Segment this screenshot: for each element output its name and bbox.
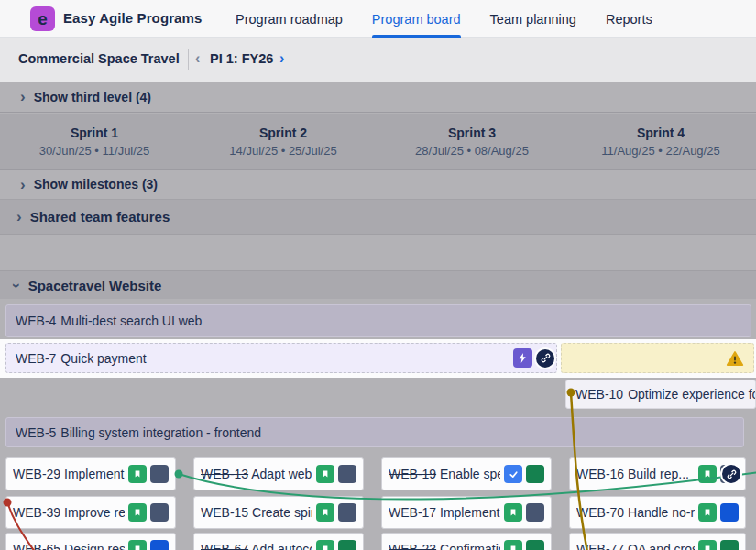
issue-card-web-39[interactable]: WEB-39 Improve res... <box>5 496 176 529</box>
issue-card-web-23[interactable]: WEB-23 Confirmatio... <box>381 533 552 550</box>
status-done-icon <box>526 540 544 550</box>
feature-bar-web-7[interactable]: WEB-7 Quick payment <box>5 343 557 373</box>
tab-team-planning[interactable]: Team planning <box>490 0 576 38</box>
issue-summary: QA and cros... <box>628 542 695 550</box>
tab-reports[interactable]: Reports <box>606 0 652 38</box>
issue-summary: Improve res... <box>64 505 125 520</box>
story-icon <box>316 465 334 483</box>
next-increment-chevron-icon[interactable]: › <box>279 50 284 67</box>
link-icon[interactable] <box>720 463 742 485</box>
issue-key: WEB-7 <box>16 351 56 366</box>
show-third-level-label: Show third level (4) <box>34 90 151 104</box>
increment-label: PI 1: FY26 <box>210 51 273 66</box>
task-done-icon <box>504 465 522 483</box>
sprint-name: Sprint 2 <box>189 126 378 140</box>
issue-summary: Add autoco... <box>251 542 312 550</box>
issue-card-web-29[interactable]: WEB-29 Implement ... <box>5 457 176 490</box>
issue-summary: Multi-dest search UI web <box>60 314 202 328</box>
sprint-dates: 28/Jul/25 • 08/Aug/25 <box>378 144 566 158</box>
tab-program-board[interactable]: Program board <box>372 0 461 38</box>
feature-bar-web-4[interactable]: WEB-4 Multi-dest search UI web <box>5 304 751 337</box>
sprint-column-header: Sprint 2 14/Jul/25 • 25/Jul/25 <box>189 114 378 170</box>
status-todo-icon <box>720 503 739 522</box>
issue-key: WEB-17 <box>389 505 436 520</box>
issue-key: WEB-23 <box>389 542 436 550</box>
story-icon <box>698 540 717 550</box>
issue-key: WEB-39 <box>13 505 60 520</box>
feature-bar-web-5[interactable]: WEB-5 Billing system integration - front… <box>5 417 744 447</box>
status-done-icon <box>338 540 356 550</box>
program-board-app: e Easy Agile Programs Program roadmap Pr… <box>0 0 756 550</box>
story-icon <box>128 465 147 483</box>
issue-key: WEB-67 <box>201 542 248 550</box>
show-milestones-label: Show milestones (3) <box>34 177 158 192</box>
logo-letter: e <box>38 9 48 29</box>
issue-key: WEB-16 <box>576 467 624 481</box>
issue-card-web-15[interactable]: WEB-15 Create spinn... <box>193 496 364 529</box>
status-done-icon <box>526 465 544 483</box>
sprint-column-header: Sprint 1 30/Jun/25 • 11/Jul/25 <box>0 114 189 170</box>
issue-card-web-65[interactable]: WEB-65 Design resp... <box>5 533 176 550</box>
story-icon <box>504 540 522 550</box>
issue-key: WEB-19 <box>389 467 436 481</box>
issue-key: WEB-5 <box>16 425 56 440</box>
issue-key: WEB-13 <box>201 467 248 481</box>
show-third-level-toggle[interactable]: › Show third level (4) <box>0 82 756 113</box>
team-section-toggle[interactable]: › Spacetravel Website <box>0 270 756 299</box>
issue-key: WEB-65 <box>13 542 60 550</box>
issue-summary: Design resp... <box>64 542 125 550</box>
issue-summary: Handle no-r... <box>628 505 695 520</box>
warning-triangle-icon[interactable] <box>726 349 744 368</box>
sprint-column-header: Sprint 4 11/Aug/25 • 22/Aug/25 <box>566 114 755 170</box>
issue-card-web-77[interactable]: WEB-77 QA and cros... <box>569 533 746 550</box>
app-title: Easy Agile Programs <box>63 10 202 26</box>
issue-summary: Create spinn... <box>252 505 312 520</box>
status-in-progress-icon <box>338 503 356 522</box>
chevron-right-icon: › <box>16 209 22 225</box>
issue-key: WEB-29 <box>13 467 60 481</box>
sprint-header-band: Sprint 1 30/Jun/25 • 11/Jul/25 Sprint 2 … <box>0 114 756 170</box>
board-toolbar: Commercial Space Travel ‹ PI 1: FY26 › <box>0 38 756 82</box>
sprint-dates: 30/Jun/25 • 11/Jul/25 <box>0 144 189 158</box>
top-nav: e Easy Agile Programs Program roadmap Pr… <box>0 0 756 38</box>
issue-card-web-19[interactable]: WEB-19 Enable spee... <box>381 457 552 490</box>
status-in-progress-icon <box>338 465 356 483</box>
link-icon[interactable] <box>534 347 556 369</box>
toolbar-divider <box>188 50 189 70</box>
issue-key: WEB-77 <box>576 542 624 550</box>
app-logo: e <box>30 6 55 31</box>
chevron-down-icon: › <box>9 282 25 288</box>
status-in-progress-icon <box>150 465 169 483</box>
prev-increment-chevron-icon[interactable]: ‹ <box>195 50 200 67</box>
issue-summary: Implement fa... <box>440 505 500 520</box>
status-in-progress-icon <box>526 503 544 522</box>
sprint-name: Sprint 1 <box>0 126 189 140</box>
issue-summary: Optimize experience fo <box>628 387 756 402</box>
status-done-icon <box>720 540 739 550</box>
issue-summary: Billing system integration - frontend <box>60 425 261 440</box>
issue-key: WEB-10 <box>575 387 623 402</box>
story-icon <box>316 503 334 522</box>
issue-key: WEB-70 <box>576 505 624 520</box>
issue-card-web-13[interactable]: WEB-13 Adapt web a... <box>193 457 364 490</box>
issue-card-web-70[interactable]: WEB-70 Handle no-r... <box>569 496 746 529</box>
issue-summary: Quick payment <box>60 351 146 366</box>
tab-program-roadmap[interactable]: Program roadmap <box>236 0 343 38</box>
story-icon <box>504 503 522 522</box>
sprint-name: Sprint 3 <box>378 126 566 140</box>
issue-summary: Confirmatio... <box>440 542 500 550</box>
issue-card-web-67[interactable]: WEB-67 Add autoco... <box>193 533 364 550</box>
feature-bar-web-10[interactable]: WEB-10 Optimize experience fo <box>565 380 756 409</box>
issue-card-web-17[interactable]: WEB-17 Implement fa... <box>381 496 552 529</box>
story-icon <box>698 503 717 522</box>
issue-key: WEB-15 <box>201 505 248 520</box>
issue-summary: Enable spee... <box>440 467 500 481</box>
nav-tabs: Program roadmap Program board Team plann… <box>236 0 652 38</box>
program-title: Commercial Space Travel <box>18 51 180 66</box>
sprint-dates: 14/Jul/25 • 25/Jul/25 <box>189 144 378 158</box>
issue-summary: Adapt web a... <box>251 467 312 481</box>
shared-team-features-toggle[interactable]: › Shared team features <box>0 200 756 235</box>
status-todo-icon <box>150 540 169 550</box>
story-icon <box>316 540 334 550</box>
show-milestones-toggle[interactable]: › Show milestones (3) <box>0 170 756 200</box>
